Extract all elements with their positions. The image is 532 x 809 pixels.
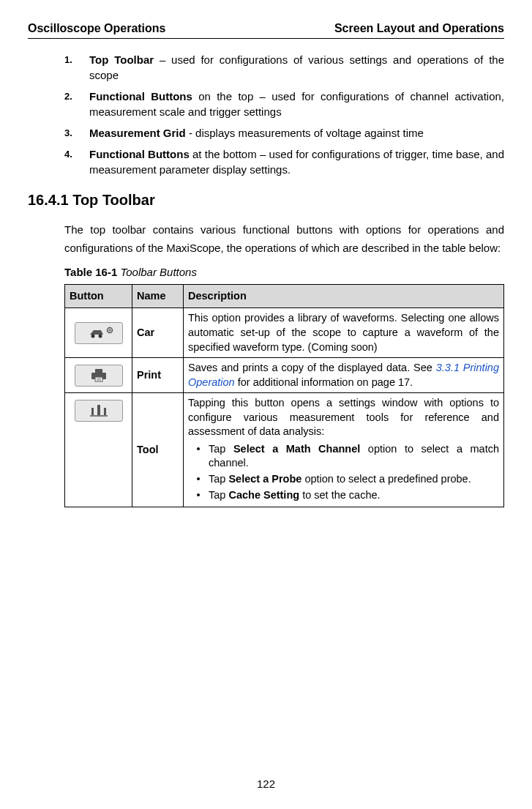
print-icon — [75, 365, 123, 387]
bullet-icon: • — [188, 442, 209, 471]
list-bold: Measurement Grid — [89, 127, 186, 139]
th-description: Description — [184, 284, 504, 308]
list-item: 4. Functional Buttons at the bottom – us… — [64, 146, 504, 177]
page-number: 122 — [0, 777, 532, 791]
list-bold: Functional Buttons — [89, 90, 192, 102]
bullet-bold: Select a Math Channel — [233, 443, 360, 455]
bullet-item: • Tap Cache Setting to set the cache. — [188, 488, 499, 503]
page-header: Oscilloscope Operations Screen Layout an… — [28, 20, 504, 37]
button-cell — [65, 358, 132, 393]
header-left: Oscilloscope Operations — [28, 20, 166, 37]
tool-icon — [75, 400, 123, 422]
svg-rect-3 — [95, 369, 102, 373]
caption-italic: Toolbar Buttons — [117, 266, 197, 278]
svg-point-0 — [91, 334, 94, 338]
caption-bold: Table 16-1 — [64, 266, 117, 278]
list-bold: Functional Buttons — [89, 148, 190, 160]
table-caption: Table 16-1 Toolbar Buttons — [64, 265, 504, 280]
svg-rect-8 — [91, 408, 94, 415]
table-row: Tool Tapping this button opens a setting… — [65, 393, 504, 507]
desc-prefix: Saves and prints a copy of the displayed… — [188, 362, 436, 373]
bullet-bold: Cache Setting — [228, 489, 299, 501]
th-name: Name — [132, 284, 184, 308]
list-rest: - displays measurements of voltage again… — [186, 127, 424, 139]
car-icon — [75, 322, 123, 344]
button-cell — [65, 308, 132, 358]
bullet-item: • Tap Select a Math Channel option to se… — [188, 442, 499, 471]
table-row: Print Saves and prints a copy of the dis… — [65, 358, 504, 393]
list-num: 2. — [64, 89, 89, 119]
list-item: 2. Functional Buttons on the top – used … — [64, 89, 504, 119]
section-heading: 16.4.1 Top Toolbar — [28, 190, 504, 210]
tool-intro: Tapping this button opens a settings win… — [188, 396, 499, 439]
bullet-icon: • — [188, 472, 209, 487]
list-num: 1. — [64, 52, 89, 83]
table-header-row: Button Name Description — [65, 284, 504, 308]
section-paragraph: The top toolbar contains various functio… — [64, 220, 504, 258]
list-num: 4. — [64, 146, 89, 177]
svg-rect-10 — [104, 408, 106, 415]
svg-rect-9 — [97, 405, 100, 415]
name-cell: Tool — [132, 393, 184, 507]
desc-cell: Tapping this button opens a settings win… — [184, 393, 504, 507]
list-num: 3. — [64, 125, 89, 141]
list-item: 1. Top Toolbar – used for configurations… — [64, 52, 504, 83]
name-cell: Car — [132, 308, 184, 358]
bullet-pre: Tap — [209, 489, 228, 501]
bullet-icon: • — [188, 488, 209, 503]
svg-point-1 — [98, 334, 102, 338]
bullet-item: • Tap Select a Probe option to select a … — [188, 472, 499, 487]
numbered-list: 1. Top Toolbar – used for configurations… — [64, 52, 504, 177]
table-row: Car This option provides a library of wa… — [65, 308, 504, 358]
th-button: Button — [65, 284, 132, 308]
desc-cell: This option provides a library of wavefo… — [184, 308, 504, 358]
header-rule — [28, 38, 504, 39]
name-cell: Print — [132, 358, 184, 393]
tool-bullet-list: • Tap Select a Math Channel option to se… — [188, 442, 499, 502]
bullet-pre: Tap — [209, 443, 233, 455]
button-cell — [65, 393, 132, 507]
header-right: Screen Layout and Operations — [334, 20, 504, 37]
bullet-bold: Select a Probe — [228, 473, 301, 485]
bullet-post: to set the cache. — [299, 489, 380, 501]
desc-suffix: for additional information on page 17. — [235, 376, 413, 388]
desc-cell: Saves and prints a copy of the displayed… — [184, 358, 504, 393]
list-bold: Top Toolbar — [89, 53, 154, 66]
svg-rect-5 — [95, 377, 102, 381]
list-item: 3. Measurement Grid - displays measureme… — [64, 125, 504, 141]
bullet-pre: Tap — [209, 473, 228, 485]
toolbar-buttons-table: Button Name Description — [64, 284, 504, 507]
bullet-post: option to select a predefined probe. — [301, 473, 471, 485]
